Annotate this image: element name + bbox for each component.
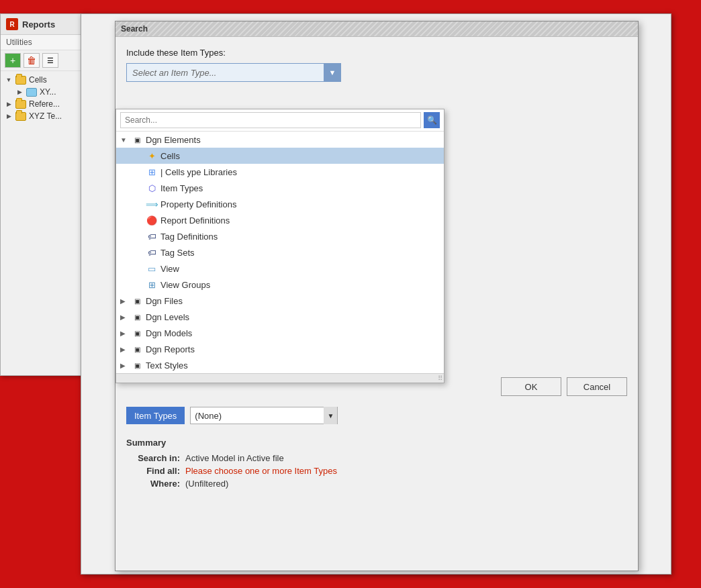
item-types-selected-label: Item Types	[126, 407, 185, 424]
folder-icon-refere	[15, 100, 26, 109]
tree-node-dgn-elements[interactable]: ▼ ▣ Dgn Elements	[116, 132, 444, 148]
summary-section: Summary Search in: Active Model in Activ…	[126, 438, 627, 489]
tree-node-dgn-reports[interactable]: ▶ ▣ Dgn Reports	[116, 341, 444, 357]
dgn-reports-label: Dgn Reports	[146, 344, 440, 354]
summary-where-key: Where:	[126, 479, 180, 489]
summary-title: Summary	[126, 438, 627, 448]
expand-xy-arrow: ▶	[15, 88, 24, 96]
summary-search-in-key: Search in:	[126, 453, 180, 463]
tree-node-prop-def[interactable]: ⟹ Property Definitions	[116, 196, 444, 212]
tree-node-cells[interactable]: ✦ Cells	[116, 148, 444, 164]
cell-lib-icon: ⊞	[146, 166, 158, 178]
popup-search-input[interactable]	[120, 112, 421, 128]
report-def-label: Report Definitions	[160, 215, 440, 226]
tree-node-report-def[interactable]: 🔴 Report Definitions	[116, 212, 444, 228]
dgn-files-expand-icon: ▶	[120, 297, 128, 305]
search-dialog-title-text: Search	[121, 24, 148, 34]
tree-item-xy[interactable]: ▶ XY...	[2, 86, 85, 98]
sidebar-title: Reports	[22, 19, 55, 30]
bottom-controls: OK Cancel Item Types (None) ▼ Summary Se…	[126, 377, 627, 491]
cancel-button[interactable]: Cancel	[567, 377, 627, 396]
tree-node-dgn-files[interactable]: ▶ ▣ Dgn Files	[116, 293, 444, 309]
remove-button[interactable]: 🗑	[24, 53, 40, 68]
text-styles-label: Text Styles	[146, 360, 440, 371]
xy-icon	[26, 88, 37, 97]
expand-cells-arrow: ▼	[5, 76, 13, 84]
search-icon-button[interactable]: 🔍	[424, 112, 440, 128]
tree-item-refere[interactable]: ▶ Refere...	[2, 98, 85, 110]
prop-def-label: Property Definitions	[160, 199, 440, 209]
text-styles-icon: ▣	[131, 359, 143, 371]
utilities-label: Utilities	[6, 38, 32, 47]
dgn-levels-label: Dgn Levels	[146, 312, 440, 322]
cells-node-label: Cells	[160, 151, 440, 161]
report-def-icon: 🔴	[146, 214, 158, 226]
view-groups-icon: ⊞	[146, 279, 158, 291]
dgn-elements-label: Dgn Elements	[146, 135, 440, 145]
dgn-models-label: Dgn Models	[146, 328, 440, 338]
reports-icon: R	[6, 18, 18, 30]
cells-node-icon: ✦	[146, 150, 158, 162]
dgn-files-label: Dgn Files	[146, 296, 440, 306]
none-value: (None)	[191, 411, 324, 421]
xyz-label: XYZ Te...	[29, 111, 62, 121]
tag-def-icon: 🏷	[146, 230, 158, 242]
item-types-label: Item Types	[160, 183, 440, 193]
tree-item-cells[interactable]: ▼ Cells	[2, 74, 85, 86]
item-types-icon: ⬡	[146, 182, 158, 194]
view-icon: ▭	[146, 262, 158, 275]
tree-node-view-groups[interactable]: ⊞ View Groups	[116, 277, 444, 293]
sidebar-header: R Reports	[1, 14, 87, 35]
none-dropdown[interactable]: (None) ▼	[190, 407, 338, 424]
dropdown-placeholder: Select an Item Type...	[132, 66, 320, 80]
cell-lib-label: | Cells ype Libraries	[160, 167, 440, 177]
search-dialog-titlebar: Search	[115, 21, 638, 37]
tree-item-xyz[interactable]: ▶ XYZ Te...	[2, 110, 85, 122]
summary-where-val: (Unfiltered)	[185, 479, 228, 489]
tree-node-dgn-models[interactable]: ▶ ▣ Dgn Models	[116, 325, 444, 341]
dgn-levels-icon: ▣	[131, 311, 143, 323]
prop-def-icon: ⟹	[146, 198, 158, 210]
main-window: Search Include these Item Types: Select …	[81, 13, 671, 575]
text-styles-expand-icon: ▶	[120, 362, 128, 369]
item-type-dropdown-wrapper: Select an Item Type... ▼	[126, 63, 341, 82]
item-type-dropdown[interactable]: Select an Item Type...	[126, 63, 341, 82]
dropdown-popup: 🔍 ▼ ▣ Dgn Elements ✦ Cells	[115, 109, 445, 383]
view-groups-label: View Groups	[160, 280, 440, 290]
xy-label: XY...	[40, 87, 56, 97]
dgn-elements-icon: ▣	[131, 134, 143, 146]
tree-node-tag-def[interactable]: 🏷 Tag Definitions	[116, 228, 444, 244]
tree-node-tag-sets[interactable]: 🏷 Tag Sets	[116, 244, 444, 260]
dgn-reports-expand-icon: ▶	[120, 346, 128, 353]
list-button[interactable]: ☰	[42, 53, 58, 68]
ok-button[interactable]: OK	[501, 377, 561, 396]
tag-sets-icon: 🏷	[146, 246, 158, 258]
add-button[interactable]: +	[5, 53, 21, 68]
summary-search-in-row: Search in: Active Model in Active file	[126, 453, 627, 463]
tree-node-view[interactable]: ▭ View	[116, 260, 444, 277]
dialog-content: Include these Item Types: Select an Item…	[115, 37, 638, 101]
none-arrow-icon: ▼	[324, 407, 337, 424]
refere-label: Refere...	[29, 99, 60, 109]
dgn-models-expand-icon: ▶	[120, 330, 128, 337]
dgn-levels-expand-icon: ▶	[120, 313, 128, 321]
dgn-files-icon: ▣	[131, 295, 143, 307]
item-types-row: Item Types (None) ▼	[126, 407, 627, 424]
tag-def-label: Tag Definitions	[160, 232, 440, 242]
dgn-reports-icon: ▣	[131, 343, 143, 355]
resize-handle: ⠿	[116, 373, 444, 383]
tree-node-item-types[interactable]: ⬡ Item Types	[116, 180, 444, 196]
search-dialog: Search Include these Item Types: Select …	[115, 21, 639, 571]
dropdown-arrow-icon[interactable]: ▼	[324, 63, 341, 82]
dgn-models-icon: ▣	[131, 327, 143, 339]
tree-node-dgn-levels[interactable]: ▶ ▣ Dgn Levels	[116, 309, 444, 325]
tree-node-text-styles[interactable]: ▶ ▣ Text Styles	[116, 357, 444, 373]
summary-find-all-key: Find all:	[126, 466, 180, 476]
folder-icon-xyz	[15, 112, 26, 121]
utilities-bar: Utilities	[1, 35, 87, 50]
folder-icon-cells	[15, 76, 26, 85]
tree-node-cell-lib[interactable]: ⊞ | Cells ype Libraries	[116, 164, 444, 180]
summary-search-in-val: Active Model in Active file	[185, 453, 284, 463]
sidebar-tree: ▼ Cells ▶ XY... ▶ Refere... ▶ XYZ Te...	[1, 71, 87, 125]
tag-sets-label: Tag Sets	[160, 248, 440, 258]
